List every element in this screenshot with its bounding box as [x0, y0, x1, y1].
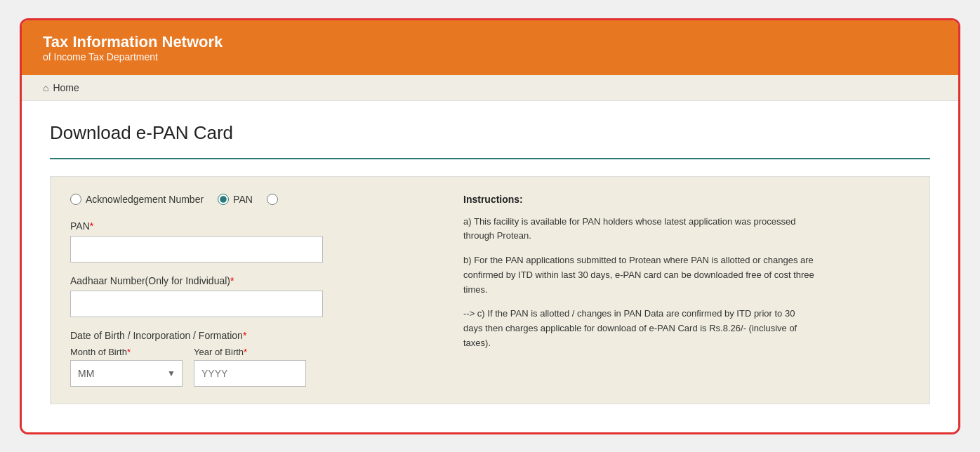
form-right: Instructions: a) This facility is availa… — [463, 194, 814, 387]
aadhaar-label: Aadhaar Number(Only for Individual)* — [70, 275, 435, 286]
instructions-point-a: a) This facility is available for PAN ho… — [463, 215, 814, 244]
page-wrapper: Tax Information Network of Income Tax De… — [20, 18, 960, 434]
dob-row: Month of Birth* MM 01 - January 02 - Feb… — [70, 347, 435, 387]
radio-pan-input[interactable] — [218, 194, 229, 205]
form-left: Acknowledgement Number PAN PAN* — [70, 194, 435, 387]
instructions-title: Instructions: — [463, 194, 814, 205]
radio-acknowledgement[interactable]: Acknowledgement Number — [70, 194, 204, 205]
radio-acknowledgement-label: Acknowledgement Number — [86, 194, 204, 205]
navbar: ⌂ Home — [22, 75, 958, 101]
aadhaar-input[interactable] — [70, 291, 323, 317]
month-field: Month of Birth* MM 01 - January 02 - Feb… — [70, 347, 183, 387]
pan-field-group: PAN* — [70, 220, 435, 262]
dob-label: Date of Birth / Incorporation / Formatio… — [70, 330, 435, 341]
pan-input[interactable] — [70, 236, 323, 262]
radio-acknowledgement-input[interactable] — [70, 194, 81, 205]
year-input[interactable] — [194, 360, 306, 387]
header: Tax Information Network of Income Tax De… — [22, 20, 958, 75]
radio-group: Acknowledgement Number PAN — [70, 194, 435, 205]
year-field: Year of Birth* — [194, 347, 306, 387]
dob-section: Date of Birth / Incorporation / Formatio… — [70, 330, 435, 387]
instructions-point-b: b) For the PAN applications submitted to… — [463, 253, 814, 297]
header-title-line1: Tax Information Network — [43, 33, 223, 51]
section-divider — [50, 158, 930, 159]
header-title-line2: of Income Tax Department — [43, 51, 223, 62]
radio-pan-label: PAN — [233, 194, 253, 205]
instructions-point-c: --> c) If the PAN is allotted / changes … — [463, 307, 814, 350]
page-title: Download e-PAN Card — [50, 122, 930, 144]
aadhaar-field-group: Aadhaar Number(Only for Individual)* — [70, 275, 435, 317]
home-link[interactable]: Home — [53, 82, 79, 93]
month-select-wrapper: MM 01 - January 02 - February 03 - March… — [70, 360, 183, 387]
month-label: Month of Birth* — [70, 347, 183, 357]
radio-pan[interactable]: PAN — [218, 194, 253, 205]
radio-other[interactable] — [267, 194, 278, 205]
main-content: Download e-PAN Card Acknowledgement Numb… — [22, 101, 958, 432]
logo-area: Tax Information Network of Income Tax De… — [43, 33, 223, 62]
year-label: Year of Birth* — [194, 347, 306, 357]
radio-other-input[interactable] — [267, 194, 278, 205]
home-icon: ⌂ — [43, 82, 48, 93]
pan-label: PAN* — [70, 220, 435, 232]
form-section: Acknowledgement Number PAN PAN* — [50, 176, 930, 404]
month-select[interactable]: MM 01 - January 02 - February 03 - March… — [70, 360, 183, 387]
